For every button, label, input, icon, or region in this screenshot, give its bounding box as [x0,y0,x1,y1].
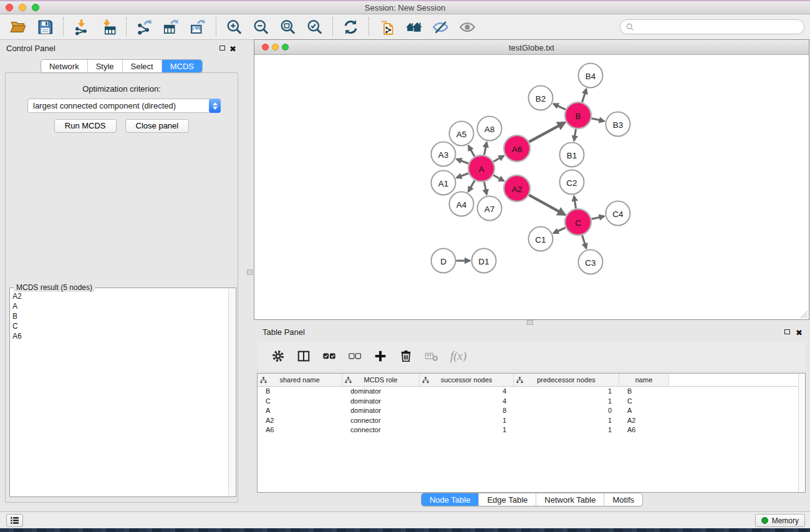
graph-edge-A-A1[interactable] [456,173,468,178]
list-item[interactable]: A6 [12,331,226,341]
graph-node-A4[interactable]: A4 [450,192,474,216]
network-file-copy-button[interactable] [374,16,400,37]
unselect-all-columns-button[interactable] [344,346,365,367]
save-session-button[interactable] [32,16,59,37]
export-image-button[interactable] [185,16,211,37]
graph-edge-A-A5[interactable] [468,146,475,157]
graph-edge-B-B1[interactable] [574,129,576,141]
table-settings-button[interactable] [268,346,288,367]
table-row[interactable]: A2connector11A2 [258,416,805,426]
show-eye-button[interactable] [454,16,481,37]
table-row[interactable]: Bdominator41B [258,387,805,397]
tab-motifs[interactable]: Motifs [604,493,642,506]
graph-node-B4[interactable]: B4 [579,64,603,88]
table-row[interactable]: Cdominator41C [258,397,805,407]
graph-node-A3[interactable]: A3 [432,142,456,167]
table-scrollbar[interactable] [798,374,805,492]
network-window-titlebar[interactable]: testGlobe.txt [254,40,809,55]
import-table-button[interactable] [95,16,122,37]
list-item[interactable]: A [12,301,226,311]
zoom-fit-button[interactable] [274,16,301,37]
graph-node-A[interactable]: A [468,155,494,181]
refresh-network-button[interactable] [337,16,364,37]
graph-edge-A-A4[interactable] [468,180,475,191]
zoom-in-button[interactable] [221,16,248,37]
open-session-button[interactable] [5,16,32,37]
table-row[interactable]: Adominator80A [258,406,805,416]
graph-edge-A-A7[interactable] [484,182,486,195]
graph-edge-C-C1[interactable] [554,228,566,233]
graph-edge-A-A2[interactable] [493,175,504,181]
graph-edge-B-B2[interactable] [553,104,566,110]
graph-edge-A6-B[interactable] [529,122,565,142]
tab-select[interactable]: Select [123,60,162,72]
close-panel-icon[interactable]: ✖ [229,45,236,53]
tab-network[interactable]: Network [41,60,88,72]
list-item[interactable]: B [12,311,226,321]
column-header[interactable]: MCDS role [342,374,420,386]
memory-button[interactable]: Memory [755,514,805,527]
zoom-out-button[interactable] [248,16,274,37]
graph-node-A7[interactable]: A7 [478,196,502,221]
tab-node-table[interactable]: Node Table [422,493,480,506]
column-header[interactable]: predecessor nodes [514,374,619,386]
graph-node-B[interactable]: B [565,102,591,128]
graph-edge-B-B4[interactable] [582,89,587,102]
graph-node-A5[interactable]: A5 [450,122,474,146]
graph-edge-A2-C[interactable] [529,195,565,215]
zoom-selected-button[interactable] [301,16,328,37]
graph-edge-A-A8[interactable] [484,142,486,155]
table-row[interactable]: A6connector11A6 [258,425,805,435]
delete-table-button[interactable] [421,346,441,367]
function-builder-button[interactable]: f(x) [446,346,470,367]
select-all-columns-button[interactable] [319,346,339,367]
graph-node-D1[interactable]: D1 [472,249,496,273]
close-table-panel-icon[interactable]: ✖ [796,329,803,337]
delete-columns-button[interactable] [395,346,416,367]
vertical-split-handle[interactable] [247,269,253,275]
list-item[interactable]: A2 [12,291,226,301]
result-list-scrollbar[interactable] [228,289,235,496]
home-button[interactable] [400,16,427,37]
graph-node-A6[interactable]: A6 [504,135,530,162]
graph-node-A2[interactable]: A2 [504,175,530,201]
network-canvas[interactable]: AA6A2BCA5A8A3A1A4A7B2B4B3B1C2C4C1C3DD1 [254,56,809,319]
hide-graphics-details-button[interactable] [427,16,454,37]
search-box[interactable] [620,19,804,34]
close-panel-button[interactable]: Close panel [125,119,190,133]
tab-edge-table[interactable]: Edge Table [479,493,536,506]
graph-edge-A-A3[interactable] [456,159,468,163]
graph-edge-C-C2[interactable] [574,196,576,208]
tab-mcds[interactable]: MCDS [162,60,202,72]
graph-node-A1[interactable]: A1 [432,171,456,195]
list-item[interactable]: C [12,321,226,331]
show-panels-button[interactable] [6,514,23,527]
graph-edge-B-B3[interactable] [591,118,604,121]
graph-node-C1[interactable]: C1 [529,227,553,251]
float-panel-icon[interactable] [219,46,225,51]
graph-node-B1[interactable]: B1 [560,143,584,167]
graph-node-C2[interactable]: C2 [560,170,584,195]
dropdown-stepper[interactable] [209,99,221,113]
graph-edge-C-C4[interactable] [591,216,604,219]
graph-node-B3[interactable]: B3 [606,112,630,137]
graph-node-A8[interactable]: A8 [478,117,502,141]
export-table-button[interactable] [158,16,185,37]
import-network-button[interactable] [68,16,95,37]
column-header[interactable]: shared name [258,374,342,386]
create-column-button[interactable] [370,346,390,367]
tab-network-table[interactable]: Network Table [536,493,604,506]
graph-node-C[interactable]: C [565,209,591,235]
search-input[interactable] [637,21,799,32]
resize-grip-icon[interactable] [800,311,808,319]
graph-edge-C-C3[interactable] [582,235,587,249]
graph-node-C4[interactable]: C4 [606,201,630,226]
graph-node-D[interactable]: D [432,249,456,273]
float-table-panel-icon[interactable] [784,329,790,334]
export-network-button[interactable] [131,16,158,37]
column-header[interactable]: name [619,374,669,386]
criterion-dropdown[interactable]: largest connected component (directed) [27,99,221,113]
graph-node-B2[interactable]: B2 [529,86,553,110]
column-view-button[interactable] [293,346,314,367]
graph-node-C3[interactable]: C3 [579,250,603,274]
